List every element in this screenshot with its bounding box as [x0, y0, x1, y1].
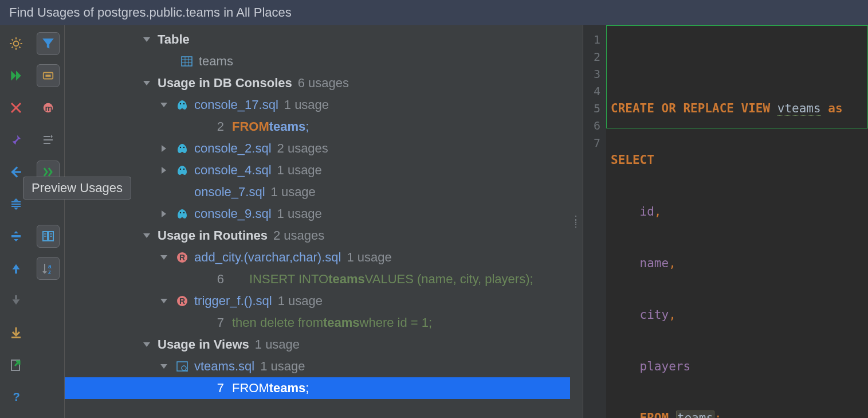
file-console-4[interactable]: console_4.sql 1 usage [65, 159, 570, 181]
code-match: teams [328, 269, 365, 290]
chevron-right-icon[interactable] [156, 206, 171, 221]
chevron-down-icon[interactable] [139, 32, 154, 47]
group-db-consoles[interactable]: Usage in DB Consoles 6 usages [65, 72, 570, 94]
code-usage-highlight: teams [676, 411, 714, 418]
file-console-9[interactable]: console_9.sql 1 usage [65, 203, 570, 225]
svg-point-16 [183, 103, 184, 104]
file-name: add_city.(varchar,char).sql [194, 247, 341, 268]
open-in-new-tab-icon[interactable] [5, 353, 28, 376]
line-number: 7 [214, 378, 224, 399]
postgres-icon [175, 163, 190, 178]
line-number: 7 [583, 134, 600, 151]
code-fragment: FROM [232, 116, 269, 137]
editor-gutter: 1 2 3 4 5 6 7 [583, 25, 606, 418]
pin-icon[interactable] [5, 128, 28, 151]
chevron-down-icon[interactable] [139, 337, 154, 352]
usage-line-selected[interactable]: 7 FROM teams; [65, 377, 570, 399]
table-item-teams[interactable]: teams [65, 50, 570, 72]
usage-line[interactable]: 2 FROM teams; [65, 116, 570, 138]
chevron-right-icon[interactable] [156, 163, 171, 178]
svg-point-18 [183, 147, 184, 148]
preview-editor: 1 2 3 4 5 6 7 CREATE OR REPLACE VIEW vte… [583, 25, 868, 418]
usage-count: 1 usage [255, 334, 300, 355]
chevron-down-icon[interactable] [139, 76, 154, 91]
group-by-method-icon[interactable]: m [37, 96, 60, 119]
svg-rect-3 [11, 337, 21, 338]
help-icon[interactable]: ? [5, 385, 28, 408]
group-views[interactable]: Usage in Views 1 usage [65, 334, 570, 356]
line-number: 3 [583, 65, 600, 83]
rerun-icon[interactable] [5, 64, 28, 87]
tool-column-1: ? [0, 25, 32, 418]
line-number: 2 [583, 48, 600, 65]
group-by-module-icon[interactable] [37, 64, 60, 87]
code-tail: VALUES (name, city, players); [365, 269, 533, 290]
line-number: 1 [583, 31, 600, 48]
group-label: Usage in Views [158, 334, 249, 355]
svg-rect-2 [15, 295, 17, 299]
chevron-right-icon[interactable] [156, 141, 171, 156]
usages-tree-pane[interactable]: Table teams Usage in DB Consoles 6 usage… [65, 25, 570, 418]
open-in-browser-icon[interactable] [37, 225, 60, 248]
file-vteams[interactable]: vteams.sql 1 usage [65, 356, 570, 377]
usage-count: 1 usage [271, 182, 316, 202]
back-icon[interactable] [5, 161, 28, 183]
usage-count: 1 usage [284, 95, 329, 115]
export-icon[interactable] [5, 321, 28, 344]
chevron-down-icon[interactable] [156, 294, 171, 308]
usage-line[interactable]: 6 INSERT INTO teams VALUES (name, city, … [65, 268, 570, 290]
usage-count: 6 usages [298, 73, 349, 93]
code-token: players [611, 360, 690, 373]
group-table[interactable]: Table [65, 29, 570, 50]
file-console-7[interactable]: onsole_7.sql 1 usage [65, 181, 570, 203]
chevron-down-icon[interactable] [156, 359, 171, 374]
routine-icon: R [175, 250, 190, 265]
code-tail: ; [305, 116, 309, 137]
file-add-city[interactable]: R add_city.(varchar,char).sql 1 usage [65, 247, 570, 268]
splitter-handle[interactable]: ⋮⋮ [570, 25, 583, 418]
close-icon[interactable] [5, 96, 28, 119]
code-token: name [611, 256, 669, 270]
line-number: 4 [583, 83, 600, 100]
code-token: FROM [640, 411, 669, 418]
collapse-all-icon[interactable] [5, 225, 28, 248]
settings-icon[interactable] [5, 32, 28, 55]
svg-text:?: ? [13, 390, 20, 403]
file-name: onsole_7.sql [194, 182, 265, 202]
line-number: 2 [214, 116, 224, 137]
group-label: Usage in DB Consoles [158, 73, 292, 93]
code-fragment: FROM [232, 378, 269, 399]
file-trigger-f[interactable]: R trigger_f.().sql 1 usage [65, 290, 570, 312]
chevron-down-icon[interactable] [139, 228, 154, 243]
svg-point-22 [183, 212, 184, 213]
chevron-down-icon[interactable] [156, 250, 171, 265]
usage-count: 2 usages [277, 138, 328, 159]
group-routines[interactable]: Usage in Routines 2 usages [65, 225, 570, 247]
expand-all-icon[interactable] [5, 193, 28, 216]
next-occurrence-icon[interactable] [5, 289, 28, 312]
postgres-icon [175, 97, 190, 112]
show-read-access-icon[interactable] [37, 128, 60, 151]
usage-count: 1 usage [277, 160, 322, 181]
preview-usages-icon[interactable] [37, 161, 60, 183]
usage-count: 1 usage [347, 247, 391, 268]
filter-icon[interactable] [37, 32, 60, 55]
file-console-2[interactable]: console_2.sql 2 usages [65, 138, 570, 159]
sort-alphabetically-icon[interactable]: az [37, 257, 60, 280]
line-number: 5 [583, 100, 600, 117]
code-token: id [611, 205, 654, 218]
line-number: 6 [583, 117, 600, 134]
prev-occurrence-icon[interactable] [5, 257, 28, 280]
file-name: console_17.sql [194, 95, 278, 115]
svg-point-15 [180, 103, 181, 104]
svg-text:z: z [48, 269, 51, 275]
code-token: vteams [777, 101, 821, 116]
code-match: teams [269, 116, 306, 137]
chevron-down-icon[interactable] [156, 97, 171, 112]
usage-line[interactable]: 7 then delete from teams where id = 1; [65, 312, 570, 334]
svg-text:m: m [45, 104, 53, 113]
code-match: teams [269, 378, 306, 399]
editor-code[interactable]: CREATE OR REPLACE VIEW vteams as SELECT … [606, 25, 868, 418]
file-console-17[interactable]: console_17.sql 1 usage [65, 94, 570, 116]
code-token [611, 411, 640, 418]
